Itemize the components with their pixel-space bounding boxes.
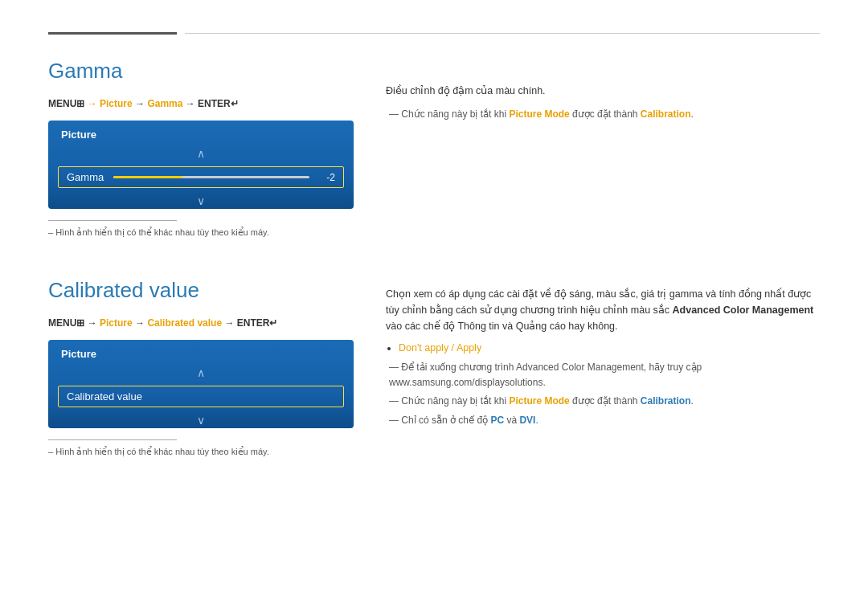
cal-note3: Chức năng này bị tắt khi Picture Mode đư… (386, 394, 820, 409)
gamma-chevron-up: ∧ (48, 145, 354, 161)
cal-note2-bold: Advanced Color Management (516, 362, 644, 373)
cal-note2-prefix: Để tải xuống chương trình (401, 362, 516, 373)
menu-prefix: MENU (48, 98, 76, 109)
cal-enter: → ENTER (222, 317, 269, 329)
calibrated-bullet-list: Don't apply / Apply (399, 342, 820, 353)
cal-arrow1: → (84, 317, 100, 329)
gamma-slider-track (113, 176, 309, 178)
calibrated-left: Calibrated value MENU⊞ → Picture → Calib… (48, 278, 354, 457)
calibrated-item-row: Calibrated value (48, 381, 354, 412)
cal-note3-suffix: . (691, 395, 694, 407)
cal-item: Calibrated value (147, 317, 222, 329)
cal-calibration: Calibration (641, 395, 691, 407)
cal-menu-icon: ⊞ (76, 317, 84, 329)
menu-gamma-item: Gamma (147, 98, 182, 109)
gamma-section-divider (48, 220, 177, 221)
cal-desc-text2: vào các chế độ Thông tin và Quảng cáo ha… (386, 321, 618, 332)
note-prefix: Chức năng này bị tắt khi (401, 108, 509, 120)
gamma-section: Gamma MENU⊞ → Picture → Gamma → ENTER↵ P… (48, 59, 820, 238)
cal-desc-bold: Advanced Color Management (673, 304, 814, 316)
note-calibration: Calibration (641, 108, 691, 120)
calibrated-section: Calibrated value MENU⊞ → Picture → Calib… (48, 278, 820, 457)
gamma-chevron-down: ∨ (48, 193, 354, 209)
divider-thin (185, 33, 820, 34)
gamma-value: -2 (319, 172, 335, 183)
gamma-item-row: Gamma -2 (48, 161, 354, 193)
cal-note4-suffix: . (535, 415, 538, 426)
note-picture-mode: Picture Mode (509, 108, 569, 120)
calibrated-chevron-up: ∧ (48, 365, 354, 381)
cal-picture-mode: Picture Mode (509, 395, 569, 407)
top-divider (48, 32, 820, 35)
gamma-description: Điều chỉnh độ đậm của màu chính. (386, 83, 820, 99)
cal-note4-prefix: Chỉ có sẵn ở chế độ (401, 415, 490, 426)
gamma-left: Gamma MENU⊞ → Picture → Gamma → ENTER↵ P… (48, 59, 354, 238)
apply-text: Apply (457, 342, 481, 353)
note-middle: được đặt thành (570, 108, 641, 120)
gamma-item-label: Gamma (67, 171, 104, 183)
gamma-item: Gamma -2 (58, 166, 344, 188)
calibrated-title: Calibrated value (48, 278, 354, 303)
gamma-picture-header: Picture (48, 121, 354, 145)
gamma-picture-box: Picture ∧ Gamma -2 ∨ (48, 121, 354, 209)
cal-note2: Để tải xuống chương trình Advanced Color… (386, 360, 820, 390)
cal-arrow2: → (133, 317, 148, 329)
calibrated-description: Chọn xem có áp dụng các cài đặt về độ sá… (386, 286, 820, 334)
gamma-menu-path: MENU⊞ → Picture → Gamma → ENTER↵ (48, 98, 354, 109)
calibrated-menu-path: MENU⊞ → Picture → Calibrated value → ENT… (48, 317, 354, 329)
cal-note3-prefix: Chức năng này bị tắt khi (401, 395, 509, 407)
cal-picture: Picture (100, 317, 133, 329)
divider-thick (48, 32, 177, 35)
calibrated-section-divider (48, 439, 177, 440)
gamma-note: – Hình ảnh hiển thị có thể khác nhau tùy… (48, 227, 354, 238)
bullet-dont-apply: Don't apply / Apply (399, 342, 820, 353)
calibrated-picture-header: Picture (48, 340, 354, 365)
gamma-title: Gamma (48, 59, 354, 84)
cal-note4: Chỉ có sẵn ở chế độ PC và DVI. (386, 413, 820, 428)
menu-icon: ⊞ (76, 98, 84, 109)
calibrated-picture-box: Picture ∧ Calibrated value ∨ (48, 340, 354, 428)
enter-icon: ↵ (231, 98, 239, 109)
cal-menu-prefix: MENU (48, 317, 76, 329)
calibrated-chevron-down: ∨ (48, 412, 354, 428)
calibrated-note: – Hình ảnh hiển thị có thể khác nhau tùy… (48, 447, 354, 457)
cal-note3-middle: được đặt thành (570, 395, 641, 407)
note-suffix: . (691, 108, 694, 120)
cal-pc: PC (490, 415, 504, 426)
menu-enter: → ENTER (182, 98, 230, 109)
gamma-note-right: Chức năng này bị tắt khi Picture Mode đư… (386, 107, 820, 122)
calibrated-item: Calibrated value (58, 386, 344, 407)
gamma-slider-fill (113, 176, 182, 178)
cal-enter-icon: ↵ (269, 317, 277, 329)
cal-dvi: DVI (519, 415, 535, 426)
menu-gamma: → (133, 98, 148, 109)
dont-apply-text: Don't apply / (399, 342, 457, 353)
calibrated-right: Chọn xem có áp dụng các cài đặt về độ sá… (386, 278, 820, 457)
gamma-right: Điều chỉnh độ đậm của màu chính. Chức nă… (386, 59, 820, 238)
cal-note4-middle: và (504, 415, 519, 426)
menu-picture: → Picture (84, 98, 132, 109)
gamma-slider (113, 176, 309, 178)
